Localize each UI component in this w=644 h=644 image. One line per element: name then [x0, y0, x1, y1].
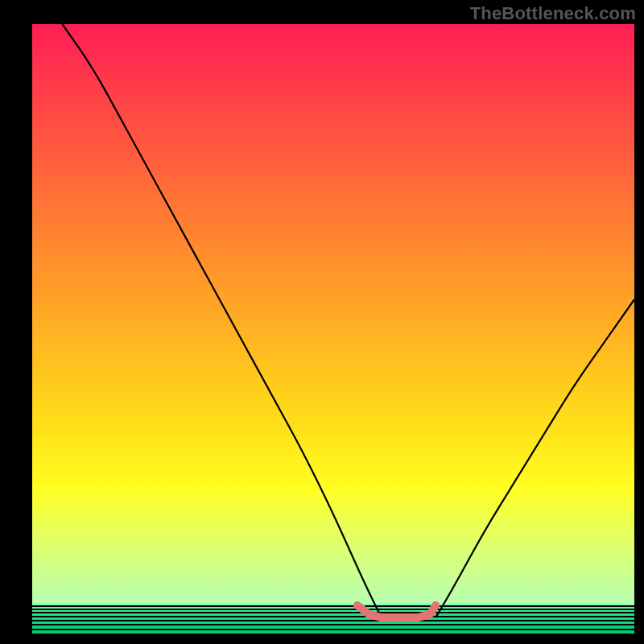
plot-area	[32, 24, 634, 636]
chart-frame: TheBottleneck.com	[0, 0, 644, 644]
curve-right	[436, 299, 634, 617]
curves-svg	[32, 24, 634, 636]
watermark-text: TheBottleneck.com	[470, 3, 636, 24]
curve-left	[62, 24, 381, 617]
bottom-accent	[357, 605, 436, 617]
